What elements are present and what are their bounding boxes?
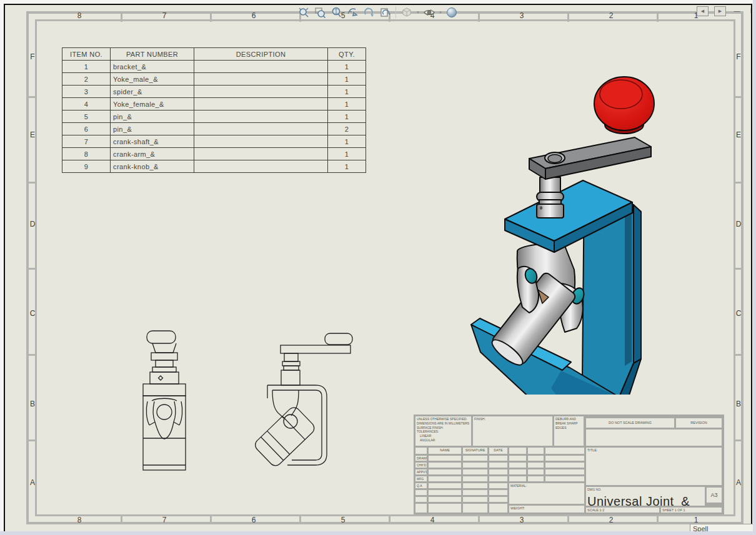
tb-cell <box>545 463 584 468</box>
tb-cell <box>528 463 544 468</box>
zone-tick <box>734 96 744 98</box>
bom-cell <box>194 86 328 98</box>
material-cell: MATERIAL: <box>509 483 584 504</box>
signature-header: SIGNATURE <box>463 448 487 454</box>
minimize-button[interactable]: — <box>732 7 742 16</box>
tb-cell <box>415 448 427 454</box>
view-front-2d[interactable] <box>121 325 364 478</box>
bom-cell: 1 <box>328 61 366 73</box>
zone-tick <box>26 354 37 356</box>
rotate-view-icon[interactable] <box>361 6 376 19</box>
view-side-2d[interactable] <box>253 333 352 468</box>
weight-cell: WEIGHT: <box>509 506 584 513</box>
tb-cell <box>463 476 487 481</box>
previous-sheet-button[interactable]: ◀ <box>697 6 709 16</box>
bom-row: 5pin_&1 <box>62 110 366 123</box>
zone-tick <box>26 439 37 441</box>
restore-button[interactable]: ❐ <box>748 7 752 16</box>
bom-cell: 1 <box>328 86 366 98</box>
zone-label: E <box>735 130 742 139</box>
deburr-cell: DEBURR AND BREAK SHARP EDGES <box>554 416 584 446</box>
sheet-cell: SHEET 1 OF 1 <box>661 508 722 513</box>
bom-cell <box>194 110 328 123</box>
bom-cell <box>194 160 328 173</box>
row-label: APPV'D <box>415 469 427 474</box>
bom-cell: pin_& <box>111 123 194 135</box>
bom-row: 6pin_&2 <box>62 123 366 135</box>
desktop-edge <box>753 0 756 535</box>
tb-cell <box>463 504 487 513</box>
bom-header: QTY. <box>328 48 366 61</box>
tb-cell <box>489 476 507 481</box>
bom-cell: Yoke_female_& <box>111 98 194 110</box>
chevron-down-icon[interactable]: ▾ <box>415 10 420 15</box>
bom-cell: spider_& <box>111 86 194 98</box>
bom-cell: crank-arm_& <box>111 148 194 160</box>
zone-tick <box>121 514 122 524</box>
apply-scene-sphere-icon[interactable] <box>444 6 459 19</box>
zoom-to-area-icon[interactable] <box>312 6 327 19</box>
bom-cell <box>194 123 328 135</box>
bom-cell: 1 <box>328 98 366 110</box>
zone-label: E <box>29 130 36 139</box>
bom-header: DESCRIPTION <box>194 48 328 61</box>
revision-cell: REVISION <box>676 418 722 428</box>
pan-3d-drawing-view-icon[interactable] <box>377 6 392 19</box>
tb-cell <box>415 497 427 502</box>
bom-cell: 1 <box>328 73 366 86</box>
zone-tick <box>299 514 301 524</box>
zone-label: 1 <box>688 516 704 524</box>
bom-cell: 1 <box>328 148 366 160</box>
previous-view-icon[interactable] <box>345 6 360 19</box>
bom-cell: crank-shaft_& <box>111 135 194 148</box>
tb-cell <box>463 483 487 488</box>
bom-row: 8crank-arm_&1 <box>62 148 366 160</box>
zone-label: F <box>29 52 36 61</box>
tb-cell <box>545 476 584 481</box>
zone-tick <box>657 11 659 22</box>
next-sheet-button[interactable]: ▶ <box>714 6 726 16</box>
dwg-no-label: DWG NO. <box>587 488 704 492</box>
tb-cell <box>489 483 507 488</box>
bom-cell: crank-knob_& <box>111 160 194 173</box>
zone-label: A <box>735 478 742 487</box>
title-cell: TITLE: <box>586 448 722 485</box>
bom-cell: 3 <box>62 86 111 98</box>
bom-cell: 7 <box>62 135 111 148</box>
zone-tick <box>478 514 480 524</box>
zone-tick <box>567 514 569 524</box>
bom-cell: 1 <box>328 110 366 123</box>
zone-tick <box>210 514 212 524</box>
zone-label: 3 <box>514 11 530 20</box>
title-block[interactable]: UNLESS OTHERWISE SPECIFIED: DIMENSIONS A… <box>414 415 724 514</box>
tb-cell <box>509 456 526 461</box>
tb-cell <box>528 469 544 474</box>
bom-cell: 4 <box>62 98 111 110</box>
zone-label: 4 <box>424 516 440 524</box>
zoom-to-fit-icon[interactable] <box>296 6 311 19</box>
dwg-no-value: Universal Joint_& <box>587 493 704 506</box>
tb-cell <box>429 463 461 468</box>
hide-show-items-eye-icon[interactable] <box>422 6 437 19</box>
bom-table[interactable]: ITEM NO. PART NUMBER DESCRIPTION QTY. 1b… <box>62 47 366 173</box>
view-isometric-3d[interactable] <box>464 64 670 395</box>
tb-cell <box>509 476 526 481</box>
zone-label: 7 <box>156 11 172 20</box>
view-orientation-cube-icon[interactable] <box>399 6 414 19</box>
zone-label: 8 <box>71 516 87 524</box>
zone-tick <box>26 268 37 270</box>
tb-cell <box>429 476 461 481</box>
zone-label: 7 <box>156 516 172 524</box>
zone-label: 2 <box>603 516 619 524</box>
tb-cell <box>528 476 544 481</box>
zoom-in-out-icon[interactable] <box>329 6 344 19</box>
bom-header-row: ITEM NO. PART NUMBER DESCRIPTION QTY. <box>62 48 366 61</box>
tb-cell <box>528 448 544 454</box>
bom-cell: Yoke_male_& <box>111 73 194 86</box>
drawing-window: 8 7 6 5 4 3 2 1 8 7 6 5 4 3 2 1 F E D C … <box>4 4 752 533</box>
bom-cell <box>194 61 328 73</box>
zone-label: C <box>29 309 36 318</box>
chevron-down-icon[interactable]: ▾ <box>438 10 443 15</box>
zone-tick <box>734 354 744 356</box>
zone-label: 2 <box>603 11 619 20</box>
